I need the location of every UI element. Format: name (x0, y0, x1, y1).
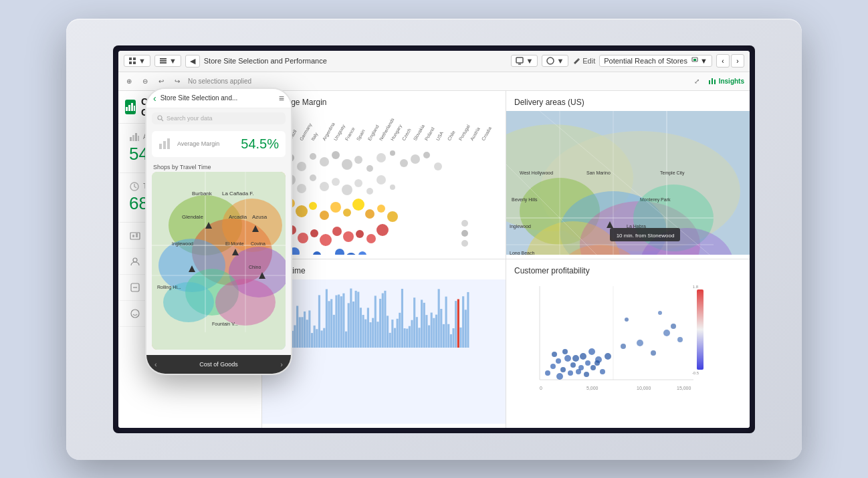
svg-rect-26 (136, 233, 138, 237)
svg-point-62 (423, 152, 430, 158)
svg-rect-174 (318, 295, 320, 348)
svg-point-27 (133, 258, 137, 262)
svg-rect-191 (360, 308, 362, 348)
export-button[interactable]: ▼ (542, 55, 568, 67)
phone-topbar: ‹ Store Site Selection and... ≡ (146, 89, 291, 108)
svg-text:5,000: 5,000 (586, 386, 599, 390)
list-view-button[interactable]: ▼ (154, 55, 181, 67)
svg-text:-0.5: -0.5 (692, 371, 699, 375)
svg-rect-1 (133, 57, 136, 60)
svg-rect-215 (418, 328, 420, 348)
insights-button[interactable]: Insights (708, 76, 744, 86)
svg-point-252 (556, 373, 563, 380)
phone-menu-button[interactable]: ≡ (279, 93, 284, 104)
svg-rect-193 (364, 320, 366, 348)
screen-button[interactable]: ▼ (511, 55, 538, 67)
undo-button[interactable]: ↩ (156, 76, 167, 86)
svg-rect-19 (130, 137, 132, 141)
svg-text:Covina: Covina (251, 241, 265, 246)
zoom-out-button[interactable]: ⊖ (140, 76, 150, 86)
view-mode-button[interactable]: ▼ (124, 55, 150, 67)
next-arrow[interactable]: › (731, 54, 744, 68)
svg-rect-212 (411, 320, 413, 348)
svg-rect-222 (435, 315, 437, 348)
svg-point-61 (411, 154, 420, 164)
svg-rect-22 (138, 136, 139, 141)
svg-text:Monterey Park: Monterey Park (640, 197, 671, 203)
svg-point-267 (625, 318, 629, 322)
svg-rect-217 (423, 303, 425, 348)
chevron-icon-2: ▼ (169, 57, 177, 65)
svg-rect-4 (160, 58, 167, 59)
svg-point-256 (578, 365, 584, 370)
svg-rect-177 (326, 289, 328, 348)
svg-point-51 (297, 162, 306, 171)
svg-text:10,000: 10,000 (637, 386, 651, 390)
back-button[interactable]: ◀ (185, 55, 200, 68)
svg-rect-15 (126, 107, 128, 111)
svg-text:Temple City: Temple City (660, 170, 685, 176)
potential-reach-button[interactable]: Potential Reach of Stores ▼ (599, 55, 712, 67)
svg-rect-221 (433, 318, 435, 348)
svg-rect-230 (455, 301, 457, 348)
svg-text:Poland: Poland (424, 126, 435, 141)
svg-rect-208 (401, 289, 403, 348)
svg-point-91 (332, 227, 342, 236)
edit-label[interactable]: Edit (582, 57, 595, 65)
svg-point-56 (354, 156, 362, 164)
svg-rect-25 (132, 235, 134, 237)
phone-kpi-label: Average Margin (177, 140, 219, 147)
redo-button[interactable]: ↪ (172, 76, 183, 86)
svg-point-103 (358, 251, 366, 255)
phone-kpi-value: 54.5% (241, 136, 279, 152)
svg-rect-171 (311, 333, 313, 348)
svg-point-246 (580, 353, 586, 360)
phone-back-button[interactable]: ‹ (153, 93, 156, 104)
svg-text:France: France (344, 126, 356, 141)
svg-point-247 (585, 360, 590, 366)
phone-screen: ‹ Store Site Selection and... ≡ Search y… (146, 89, 291, 374)
svg-point-84 (377, 205, 385, 213)
laptop-shell: ▼ ▼ ◀ Store Site Selection and Performan… (66, 19, 802, 460)
svg-rect-5 (160, 60, 167, 62)
svg-rect-235 (467, 292, 469, 348)
svg-rect-189 (355, 291, 357, 348)
toolbar-right: ▼ ▼ Edit Potential Reach of Stores ▼ (511, 54, 744, 68)
phone-search[interactable]: Search your data (152, 112, 286, 124)
svg-rect-214 (416, 317, 418, 348)
screen-bezel: ▼ ▼ ◀ Store Site Selection and Performan… (113, 45, 755, 433)
svg-text:Spain: Spain (356, 128, 366, 142)
svg-point-113 (461, 220, 468, 227)
laptop-screen: ▼ ▼ ◀ Store Site Selection and Performan… (118, 51, 750, 428)
zoom-in-button[interactable]: ⊕ (124, 76, 134, 86)
svg-point-71 (354, 179, 362, 187)
svg-point-59 (390, 150, 395, 156)
svg-point-243 (564, 355, 571, 362)
selection-status: No selections applied (188, 78, 686, 85)
svg-rect-192 (362, 315, 364, 348)
svg-rect-202 (387, 316, 389, 348)
svg-point-92 (343, 231, 354, 242)
svg-point-248 (590, 365, 596, 370)
svg-rect-21 (135, 133, 137, 141)
avg-margin-panel: Average Margin Brazil Germany Italy Arge… (262, 91, 506, 259)
svg-rect-169 (306, 320, 308, 348)
svg-rect-206 (397, 319, 399, 348)
svg-point-253 (562, 349, 568, 354)
phone-next-button[interactable]: › (280, 360, 283, 368)
prev-arrow[interactable]: ‹ (716, 54, 730, 68)
avg-margin-chart[interactable]: Brazil Germany Italy Argentina Uruguay F… (262, 111, 506, 255)
svg-rect-12 (709, 80, 710, 84)
delivery-map[interactable]: 10 min. from Stonewood West Hollywood Sa… (506, 111, 750, 255)
phone-map[interactable]: Burbank La Cañada F. Glendale Arcadia Az… (152, 172, 286, 350)
phone-app-title: Store Site Selection and... (160, 94, 275, 102)
profitability-chart[interactable]: 1.8 -0.5 0 5,000 10,000 15,000 (506, 279, 750, 424)
svg-text:Azusa: Azusa (252, 214, 267, 220)
svg-point-277 (158, 116, 162, 120)
svg-rect-201 (384, 291, 386, 348)
svg-point-52 (310, 153, 316, 160)
phone-prev-button[interactable]: ‹ (154, 360, 157, 368)
svg-point-79 (320, 211, 329, 220)
svg-point-74 (390, 185, 395, 190)
expand-button[interactable]: ⤢ (691, 76, 702, 86)
